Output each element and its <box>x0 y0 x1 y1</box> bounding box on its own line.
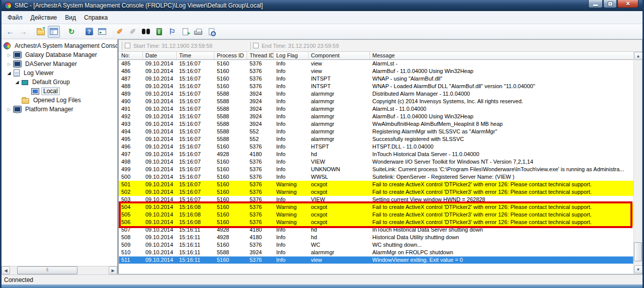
sidebar-item-log-viewer[interactable]: ◢Log Viewer <box>2 68 117 78</box>
sidebar-item-opened-log-files[interactable]: Opened Log Files <box>2 96 117 105</box>
expand-arrow-icon[interactable]: ▷ <box>5 107 14 112</box>
column-header-flag[interactable]: Log Flag <box>274 52 308 59</box>
table-row[interactable]: 49509.10.201415:16:075588552Infoalarmmgr… <box>119 135 633 143</box>
table-row[interactable]: 49309.10.201415:16:0755883924Infoalarmmg… <box>119 120 633 128</box>
cell-comp: alarmmgr <box>308 98 370 105</box>
toolbar-help-button[interactable]: ? <box>83 26 95 38</box>
toolbar-find-button[interactable] <box>140 26 152 38</box>
toolbar-flag-button[interactable]: ⚐ <box>166 26 178 38</box>
scroll-down-icon[interactable]: ▼ <box>634 265 642 273</box>
table-row[interactable]: 50209.10.201415:16:0751605376Warningocxg… <box>119 188 633 196</box>
table-row[interactable]: 48609.10.201415:16:0751605376InfoviewAla… <box>119 67 633 75</box>
end-time-checkbox[interactable] <box>253 43 259 48</box>
table-row[interactable]: 49009.10.201415:16:0755883924Infoalarmmg… <box>119 98 633 105</box>
sidebar-item-platform-manager[interactable]: ▷Platform Manager <box>2 105 117 114</box>
column-header-pid[interactable]: Process ID <box>214 52 247 59</box>
table-header: No:DateTimeProcess IDThread IDLog FlagCo… <box>119 52 633 60</box>
column-header-tid[interactable]: Thread ID <box>247 52 274 59</box>
vertical-scroll-thumb[interactable] <box>634 242 642 261</box>
log-table: 48509.10.201415:16:0751605376InfoviewAla… <box>119 60 633 274</box>
cell-tid: 3924 <box>247 120 274 128</box>
cell-msg: Successfully registered with SLSSVC <box>370 135 464 143</box>
table-row[interactable]: 50709.10.201415:16:1149284180InfohdInTou… <box>119 226 633 234</box>
sidebar-item-daserver-manager[interactable]: ▷DAServer Manager <box>2 59 117 68</box>
table-row[interactable]: 50809.10.201415:16:1149284180InfohdHisto… <box>119 234 633 241</box>
cell-msg: AlarmMgr on FROLPC shutdown <box>370 249 453 256</box>
toolbar-bookmark-button[interactable] <box>153 26 165 38</box>
scroll-left-icon[interactable]: ◀ <box>2 266 10 274</box>
table-row[interactable]: 51109.10.201415:16:1151605376InfoviewWin… <box>119 256 633 264</box>
table-row[interactable]: 48509.10.201415:16:0751605376InfoviewAla… <box>119 60 633 67</box>
sidebar-item-archestra-root[interactable]: ArchestrA System Management Console <box>2 41 117 50</box>
toolbar-show-console-tree-button[interactable] <box>48 26 60 38</box>
grip-handle[interactable] <box>121 42 122 50</box>
cell-comp: view <box>308 67 370 75</box>
toolbar-export-button[interactable] <box>179 26 191 38</box>
cell-tid: 552 <box>247 135 274 143</box>
sidebar-horizontal-scrollbar[interactable]: ◀ ▶ <box>2 266 117 274</box>
table-row[interactable]: 50309.10.201415:16:0751605376InfoVIEWSet… <box>119 196 633 203</box>
toolbar-purge-marker-button[interactable]: ✐ <box>114 26 126 38</box>
cell-comp: alarmmgr <box>308 113 370 120</box>
expand-arrow-icon[interactable]: ▷ <box>5 53 14 57</box>
column-header-date[interactable]: Date <box>143 52 177 59</box>
cell-tid: 4180 <box>247 151 274 158</box>
toolbar-refresh-button[interactable]: ↻ <box>65 26 77 38</box>
scroll-right-icon[interactable]: ▶ <box>109 266 117 274</box>
collapse-arrow-icon[interactable]: ◢ <box>5 70 14 76</box>
table-row[interactable]: 48709.10.201415:16:0751605376InfoINTSPTW… <box>119 75 633 83</box>
table-row[interactable]: 50409.10.201415:16:0851605376Warningocxg… <box>119 203 633 211</box>
start-time-checkbox[interactable] <box>125 43 130 48</box>
table-row[interactable]: 48909.10.201415:16:0755883924Infoalarmmg… <box>119 90 633 98</box>
cell-date: 09.10.2014 <box>143 211 177 219</box>
sidebar-item-default-group[interactable]: ◢Default Group <box>2 78 117 87</box>
table-row[interactable]: 51009.10.201415:16:1155883924Infoalarmmg… <box>119 249 633 256</box>
table-row[interactable]: 49909.10.201415:16:0751605376InfoUNKNOWN… <box>119 166 633 173</box>
toolbar-open-log-file-button[interactable] <box>35 26 47 38</box>
horizontal-scroll-track[interactable] <box>10 266 109 274</box>
expand-arrow-icon[interactable]: ▷ <box>5 62 14 66</box>
table-row[interactable]: 50509.10.201415:16:0851605376Warningocxg… <box>119 211 633 219</box>
cell-tid: 5376 <box>247 67 274 75</box>
table-row[interactable]: 50909.10.201415:16:1151605376InfoWCWC sh… <box>119 241 633 249</box>
sidebar-item-galaxy-database-manager[interactable]: ▷Galaxy Database Manager <box>2 50 117 59</box>
table-row[interactable]: 49709.10.201415:16:0749284180InfohdInTou… <box>119 151 633 158</box>
cell-flag: Info <box>274 98 308 105</box>
menu-item-1[interactable]: Действие <box>27 13 61 23</box>
cell-msg: AlarmLst - 11.0.04000 <box>370 105 426 113</box>
minimize-button[interactable] <box>588 0 603 8</box>
horizontal-scroll-thumb[interactable] <box>17 266 77 274</box>
table-row[interactable]: 50109.10.201415:16:0751605376Warningocxg… <box>119 181 633 188</box>
vertical-scroll-track[interactable] <box>634 60 642 265</box>
table-row[interactable]: 49109.10.201415:16:0755883924Infoalarmmg… <box>119 105 633 113</box>
column-header-no[interactable]: No: <box>119 52 143 59</box>
table-row[interactable]: 50609.10.201415:16:0851605376Warningocxg… <box>119 219 633 226</box>
table-row[interactable]: 48809.10.201415:16:0751605376InfoINTSPTW… <box>119 83 633 90</box>
table-row[interactable]: 49609.10.201415:16:0751605376InfoHTSPTHT… <box>119 143 633 151</box>
column-header-time[interactable]: Time <box>177 52 214 59</box>
collapse-arrow-icon[interactable]: ◢ <box>13 80 22 85</box>
cell-date: 09.10.2014 <box>143 166 177 173</box>
cell-msg: Fail to create ActiveX control 'DTPicker… <box>370 188 592 196</box>
restore-button[interactable] <box>603 0 617 8</box>
table-row[interactable]: 49409.10.201415:16:075588552Infoalarmmgr… <box>119 128 633 135</box>
menu-item-3[interactable]: Справка <box>80 13 112 23</box>
table-row[interactable]: 50009.10.201415:16:0751605376InfoWWSLSui… <box>119 173 633 181</box>
column-header-msg[interactable]: Message <box>370 52 633 59</box>
column-header-comp[interactable]: Component <box>308 52 370 59</box>
table-vertical-scrollbar[interactable]: ▲ ▼ <box>633 52 642 273</box>
close-button[interactable]: ✕ <box>617 0 638 8</box>
toolbar-print-preview-button[interactable] <box>205 26 217 38</box>
table-row[interactable]: 49209.10.201415:16:0755883924Infoalarmmg… <box>119 113 633 120</box>
menu-item-2[interactable]: Вид <box>61 13 80 23</box>
cell-flag: Info <box>274 234 308 241</box>
cell-date: 09.10.2014 <box>143 90 177 98</box>
grip-handle[interactable] <box>249 42 251 50</box>
toolbar-show-message-window-button[interactable] <box>96 26 108 38</box>
menu-item-0[interactable]: Файл <box>4 13 27 23</box>
table-row[interactable]: 49809.10.201415:16:0751605376InfoVIEWWon… <box>119 158 633 166</box>
sidebar-item-local[interactable]: Local <box>2 87 117 96</box>
toolbar-print-button[interactable] <box>192 26 204 38</box>
toolbar-back-button[interactable]: ← <box>4 26 16 38</box>
scroll-up-icon[interactable]: ▲ <box>634 52 642 60</box>
